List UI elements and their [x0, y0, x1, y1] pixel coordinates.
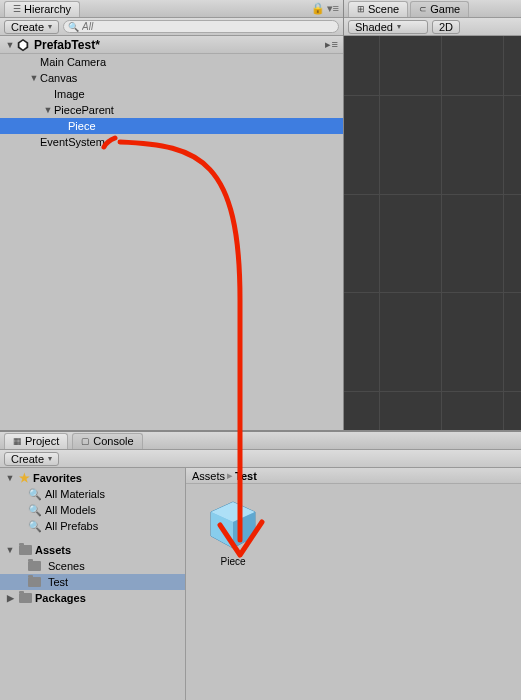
hierarchy-search[interactable]: 🔍: [63, 20, 339, 33]
hierarchy-toolbar: Create 🔍: [0, 18, 343, 36]
hierarchy-tab[interactable]: ☰ Hierarchy: [4, 1, 80, 17]
console-icon: ▢: [81, 436, 90, 446]
favorite-all-models[interactable]: 🔍All Models: [0, 502, 185, 518]
panel-options[interactable]: 🔒 ▾≡: [311, 2, 339, 15]
folder-test[interactable]: Test: [0, 574, 185, 590]
hierarchy-tab-label: Hierarchy: [24, 3, 71, 15]
console-tab-label: Console: [93, 435, 133, 447]
search-input[interactable]: [82, 21, 334, 32]
favorite-all-materials[interactable]: 🔍All Materials: [0, 486, 185, 502]
shading-mode-dropdown[interactable]: Shaded: [348, 20, 428, 34]
project-toolbar: Create: [0, 450, 521, 468]
console-tab[interactable]: ▢ Console: [72, 433, 142, 449]
scene-foldout[interactable]: ▼: [4, 40, 16, 50]
folder-icon: [28, 577, 41, 587]
search-icon: 🔍: [28, 520, 42, 533]
hierarchy-item-label: Piece: [68, 120, 96, 132]
folder-icon: [28, 561, 41, 571]
scene-tab-bar: ⊞ Scene ⊂ Game: [344, 0, 521, 18]
hierarchy-item-canvas[interactable]: ▼Canvas: [0, 70, 343, 86]
folder-icon: [19, 593, 32, 603]
project-create-button[interactable]: Create: [4, 452, 59, 466]
project-icon: ▦: [13, 436, 22, 446]
favorites-header[interactable]: ▼ ★ Favorites: [0, 470, 185, 486]
game-tab-label: Game: [430, 3, 460, 15]
star-icon: ★: [19, 471, 30, 485]
search-icon: 🔍: [68, 22, 79, 32]
scene-icon: ⊞: [357, 4, 365, 14]
hierarchy-item-pieceparent[interactable]: ▼PieceParent: [0, 102, 343, 118]
game-icon: ⊂: [419, 4, 427, 14]
hierarchy-icon: ☰: [13, 4, 21, 14]
create-button[interactable]: Create: [4, 20, 59, 34]
folder-scenes[interactable]: Scenes: [0, 558, 185, 574]
breadcrumb: Assets ▸ Test: [186, 468, 521, 484]
asset-label: Piece: [220, 556, 245, 567]
project-tab[interactable]: ▦ Project: [4, 433, 68, 449]
scene-tab-label: Scene: [368, 3, 399, 15]
favorite-label: All Materials: [45, 488, 105, 500]
scene-tab[interactable]: ⊞ Scene: [348, 1, 408, 17]
search-icon: 🔍: [28, 488, 42, 501]
folder-icon: [19, 545, 32, 555]
scene-toolbar: Shaded 2D: [344, 18, 521, 36]
project-folder-tree: ▼ ★ Favorites 🔍All Materials🔍All Models🔍…: [0, 468, 186, 700]
prefab-cube-icon: [205, 496, 261, 552]
hierarchy-item-image[interactable]: Image: [0, 86, 343, 102]
project-tab-bar: ▦ Project ▢ Console: [0, 432, 521, 450]
favorite-label: All Models: [45, 504, 96, 516]
hierarchy-item-label: EventSystem: [40, 136, 105, 148]
game-tab[interactable]: ⊂ Game: [410, 1, 469, 17]
lock-icon: 🔒: [311, 2, 325, 15]
foldout-icon[interactable]: ▼: [42, 105, 54, 115]
hierarchy-item-eventsystem[interactable]: EventSystem: [0, 134, 343, 150]
breadcrumb-current[interactable]: Test: [235, 470, 257, 482]
panel-menu-icon: ▾≡: [327, 2, 339, 15]
assets-header[interactable]: ▼ Assets: [0, 542, 185, 558]
hierarchy-tab-bar: ☰ Hierarchy 🔒 ▾≡: [0, 0, 343, 18]
hierarchy-item-label: Main Camera: [40, 56, 106, 68]
asset-grid[interactable]: Piece: [186, 484, 521, 700]
unity-logo-icon: [16, 38, 30, 52]
scene-name: PrefabTest*: [34, 38, 100, 52]
scene-header-row[interactable]: ▼ PrefabTest* ▸≡: [0, 36, 343, 54]
foldout-icon[interactable]: ▼: [28, 73, 40, 83]
scene-menu-icon[interactable]: ▸≡: [325, 38, 339, 51]
project-tab-label: Project: [25, 435, 59, 447]
folder-label: Test: [48, 576, 68, 588]
chevron-right-icon: ▸: [227, 469, 233, 482]
hierarchy-item-label: Canvas: [40, 72, 77, 84]
breadcrumb-root[interactable]: Assets: [192, 470, 225, 482]
asset-item-piece[interactable]: Piece: [198, 496, 268, 567]
hierarchy-item-label: Image: [54, 88, 85, 100]
hierarchy-item-main-camera[interactable]: Main Camera: [0, 54, 343, 70]
favorite-all-prefabs[interactable]: 🔍All Prefabs: [0, 518, 185, 534]
search-icon: 🔍: [28, 504, 42, 517]
packages-header[interactable]: ▶ Packages: [0, 590, 185, 606]
mode-2d-button[interactable]: 2D: [432, 20, 460, 34]
favorite-label: All Prefabs: [45, 520, 98, 532]
hierarchy-tree: Main Camera▼CanvasImage▼PieceParentPiece…: [0, 54, 343, 430]
folder-label: Scenes: [48, 560, 85, 572]
hierarchy-item-label: PieceParent: [54, 104, 114, 116]
scene-viewport[interactable]: [344, 36, 521, 430]
hierarchy-item-piece[interactable]: Piece: [0, 118, 343, 134]
